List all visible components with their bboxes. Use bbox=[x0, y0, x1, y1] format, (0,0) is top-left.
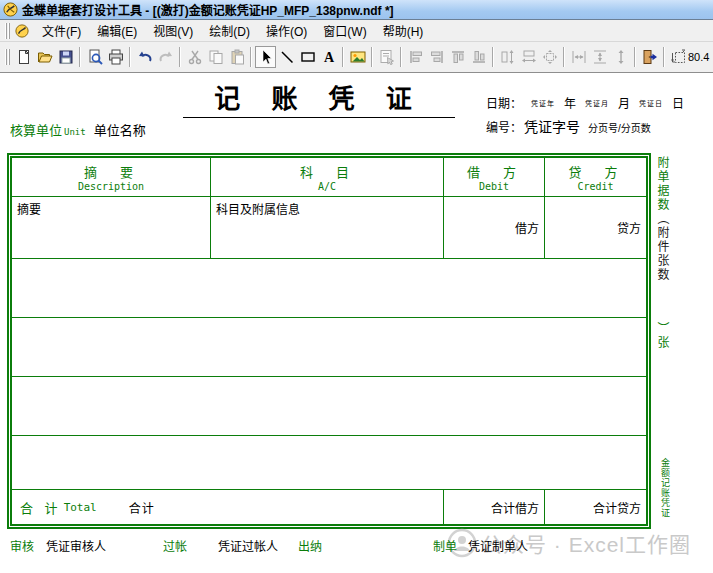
attachment-suffix: ）张 bbox=[655, 322, 669, 350]
summary-field[interactable]: 摘要 bbox=[12, 197, 211, 259]
toolbar-separator bbox=[371, 47, 373, 67]
prepare-label[interactable]: 制单 bbox=[433, 537, 457, 554]
toolbar-grip[interactable] bbox=[5, 49, 10, 65]
position-value: 80.4 bbox=[688, 51, 709, 63]
attachment-count-vertical[interactable]: 附单据数（附件张数）张 bbox=[654, 156, 671, 350]
total-row-left[interactable]: 合 计 Total 合计 bbox=[12, 490, 444, 524]
rectangle-tool-button[interactable] bbox=[297, 46, 318, 68]
header-account[interactable]: 科 目 A/C bbox=[211, 158, 444, 197]
design-canvas[interactable]: 记 账 凭 证 日期：凭证年年凭证月月凭证日日 编号：凭证字号分页号/分页数 核… bbox=[0, 74, 713, 573]
menu-operate[interactable]: 操作(O) bbox=[258, 19, 315, 42]
align-bottom-button[interactable] bbox=[468, 46, 489, 68]
align-right-button[interactable] bbox=[426, 46, 447, 68]
copy-icon bbox=[208, 49, 224, 65]
total-field[interactable]: 合计 bbox=[129, 499, 155, 516]
cashier-label[interactable]: 出纳 bbox=[298, 537, 322, 554]
open-file-icon bbox=[37, 49, 53, 65]
header-summary[interactable]: 摘 要 Description bbox=[12, 158, 211, 197]
header-debit[interactable]: 借 方 Debit bbox=[444, 158, 545, 197]
select-tool-button[interactable] bbox=[255, 46, 276, 68]
unit-label-en: Unit bbox=[64, 127, 86, 137]
kingdee-logo-icon bbox=[3, 2, 18, 17]
audit-label[interactable]: 审核 bbox=[10, 537, 34, 554]
same-height-button[interactable] bbox=[497, 46, 518, 68]
align-top-button[interactable] bbox=[447, 46, 468, 68]
toolbar: A80.4 bbox=[0, 42, 713, 73]
menu-edit[interactable]: 编辑(E) bbox=[89, 19, 145, 42]
menu-window[interactable]: 窗口(W) bbox=[315, 19, 374, 42]
exit-button[interactable] bbox=[639, 46, 660, 68]
text-tool-button[interactable]: A bbox=[318, 46, 339, 68]
print-preview-button[interactable] bbox=[84, 46, 105, 68]
line-tool-button[interactable] bbox=[276, 46, 297, 68]
unit-name-field[interactable]: 单位名称 bbox=[94, 123, 146, 138]
debit-field[interactable]: 借方 bbox=[444, 197, 545, 259]
header-credit-zh: 贷 方 bbox=[568, 162, 622, 181]
year-field[interactable]: 凭证年 bbox=[531, 100, 555, 107]
same-size-button[interactable] bbox=[539, 46, 560, 68]
header-credit-en: Credit bbox=[577, 181, 613, 192]
empty-voucher-row[interactable] bbox=[12, 318, 646, 377]
account-field[interactable]: 科目及附属信息 bbox=[211, 197, 444, 259]
voucher-title[interactable]: 记 账 凭 证 bbox=[183, 78, 455, 118]
voucher-number-field[interactable]: 凭证字号 bbox=[524, 119, 580, 135]
document-icon bbox=[15, 24, 29, 38]
undo-button[interactable] bbox=[134, 46, 155, 68]
svg-text:A: A bbox=[323, 50, 334, 65]
total-credit-field[interactable]: 合计贷方 bbox=[545, 490, 646, 524]
properties-button[interactable] bbox=[376, 46, 397, 68]
total-debit-field[interactable]: 合计借方 bbox=[444, 490, 545, 524]
space-vertical-icon bbox=[592, 49, 608, 65]
day-field[interactable]: 凭证日 bbox=[639, 100, 663, 107]
align-left-button[interactable] bbox=[405, 46, 426, 68]
empty-voucher-row[interactable] bbox=[12, 377, 646, 436]
date-line[interactable]: 日期：凭证年年凭证月月凭证日日 bbox=[486, 94, 684, 111]
save-file-button[interactable] bbox=[55, 46, 76, 68]
space-horizontal-button[interactable] bbox=[568, 46, 589, 68]
exit-icon bbox=[642, 49, 658, 65]
print-preview-icon bbox=[87, 49, 103, 65]
header-account-en: A/C bbox=[318, 181, 336, 192]
same-width-icon bbox=[521, 49, 537, 65]
audit-person-field[interactable]: 凭证审核人 bbox=[46, 537, 106, 554]
menu-draw[interactable]: 绘制(D) bbox=[201, 19, 258, 42]
properties-icon bbox=[379, 49, 395, 65]
align-bottom-icon bbox=[471, 49, 487, 65]
header-credit[interactable]: 贷 方 Credit bbox=[545, 158, 646, 197]
same-width-button[interactable] bbox=[518, 46, 539, 68]
page-number-field[interactable]: 分页号/分页数 bbox=[588, 123, 651, 134]
toolbar-separator bbox=[129, 47, 131, 67]
total-label: 合 计 bbox=[20, 498, 62, 517]
print-icon bbox=[108, 49, 124, 65]
credit-field[interactable]: 贷方 bbox=[545, 197, 646, 259]
menu-help[interactable]: 帮助(H) bbox=[375, 19, 432, 42]
paste-icon bbox=[229, 49, 245, 65]
redo-button[interactable] bbox=[155, 46, 176, 68]
image-tool-button[interactable] bbox=[347, 46, 368, 68]
post-person-field[interactable]: 凭证过帐人 bbox=[218, 537, 278, 554]
header-summary-en: Description bbox=[78, 181, 144, 192]
fit-height-button[interactable] bbox=[610, 46, 631, 68]
empty-voucher-row[interactable] bbox=[12, 436, 646, 490]
post-label[interactable]: 过帐 bbox=[163, 537, 187, 554]
voucher-type-vertical[interactable]: 金额记账凭证 bbox=[659, 458, 672, 518]
empty-voucher-row[interactable] bbox=[12, 259, 646, 318]
copy-button[interactable] bbox=[205, 46, 226, 68]
unit-line[interactable]: 核算单位Unit单位名称 bbox=[10, 120, 146, 139]
attachment-field[interactable]: （附件张数 bbox=[655, 212, 669, 282]
menu-file[interactable]: 文件(F) bbox=[34, 19, 89, 42]
cut-button[interactable] bbox=[184, 46, 205, 68]
total-label-en: Total bbox=[64, 501, 97, 514]
image-tool-icon bbox=[350, 49, 366, 65]
open-file-button[interactable] bbox=[34, 46, 55, 68]
number-line[interactable]: 编号：凭证字号分页号/分页数 bbox=[486, 116, 651, 136]
space-vertical-button[interactable] bbox=[589, 46, 610, 68]
menu-view[interactable]: 视图(V) bbox=[145, 19, 201, 42]
paste-button[interactable] bbox=[226, 46, 247, 68]
menubar-grip[interactable] bbox=[5, 23, 10, 39]
print-button[interactable] bbox=[105, 46, 126, 68]
prepare-person-field[interactable]: 凭证制单人 bbox=[468, 537, 528, 554]
voucher-table[interactable]: 摘 要 Description 科 目 A/C 借 方 Debit 贷 方 Cr… bbox=[7, 153, 651, 529]
new-file-button[interactable] bbox=[13, 46, 34, 68]
month-field[interactable]: 凭证月 bbox=[585, 100, 609, 107]
